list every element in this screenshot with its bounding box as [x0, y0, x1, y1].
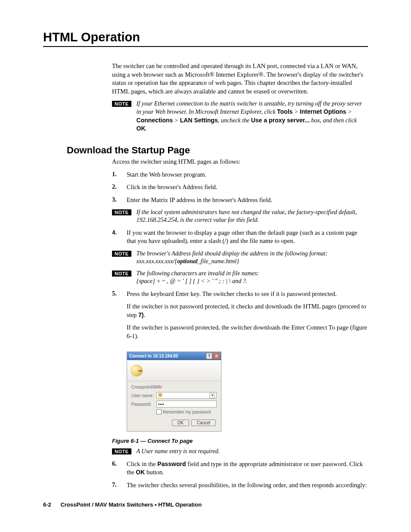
step-3: 3. Enter the Matrix IP address in the br…: [112, 196, 368, 205]
key-icon: [131, 364, 143, 376]
remember-checkbox[interactable]: [156, 409, 162, 414]
menu-path-internet-options: Internet Options: [300, 108, 346, 115]
note-username-optional: NOTE A User name entry is not required.: [112, 448, 368, 455]
step-number: 2.: [112, 183, 127, 192]
intro-text: The switcher can be controlled and opera…: [112, 62, 368, 96]
menu-path-lan-settings: LAN Settings: [180, 117, 218, 124]
note-text-segment: box, and then click: [310, 117, 357, 124]
dialog-header: [127, 360, 221, 381]
chapter-title: HTML Operation: [43, 30, 368, 44]
step-text: Enter the Matrix IP address in the brows…: [127, 196, 368, 205]
steps-list-cont3: 6. Click in the Password field and type …: [112, 460, 368, 490]
section-intro-text: Access the switcher using HTML pages as …: [112, 158, 368, 166]
password-label: Password:: [131, 402, 156, 407]
step-text-segment: .: [143, 311, 145, 318]
note-username-optional-text: A User name entry is not required.: [137, 448, 220, 455]
step-paragraph: Press the keyboard Enter key. The switch…: [127, 290, 368, 299]
step-paragraph: If the switcher is not password protecte…: [127, 302, 368, 319]
password-value: ••••: [158, 402, 164, 407]
step-text: If you want the browser to display a pag…: [127, 229, 368, 246]
step-number: 6.: [112, 460, 127, 477]
step-number: 5.: [112, 290, 127, 345]
figure-connect-to: Connect to 10.13.194.65 ? X Crosspoint/M…: [127, 352, 368, 432]
username-input[interactable]: ▾: [156, 392, 217, 399]
section-intro: Access the switcher using HTML pages as …: [112, 158, 368, 166]
dialog-title: Connect to 10.13.194.65: [129, 354, 178, 358]
help-button[interactable]: ?: [206, 353, 212, 359]
intro-paragraph: The switcher can be controlled and opera…: [112, 62, 368, 96]
note-badge: NOTE: [112, 271, 131, 277]
step-6: 6. Click in the Password field and type …: [112, 460, 368, 477]
menu-path-connections: Connections: [137, 117, 173, 124]
cancel-button[interactable]: Cancel: [191, 420, 216, 426]
step-paragraph: If the switcher is password protected, t…: [127, 324, 368, 340]
note-badge: NOTE: [112, 209, 131, 215]
document-page: HTML Operation The switcher can be contr…: [0, 0, 411, 525]
steps-list-cont1: 4. If you want the browser to display a …: [112, 229, 368, 246]
figure-caption: Figure 6-1 — Connect To page: [112, 438, 368, 444]
step-7: 7. The switcher checks several possibili…: [112, 481, 368, 490]
user-icon: [158, 393, 162, 397]
chevron-down-icon[interactable]: ▾: [209, 393, 215, 398]
note-address-format: NOTE The browser's Address field should …: [112, 250, 368, 265]
step-text-segment: If the switcher is not password protecte…: [127, 303, 366, 318]
connect-to-dialog: Connect to 10.13.194.65 ? X Crosspoint/M…: [127, 352, 221, 432]
section-heading: Download the Startup Page: [67, 145, 368, 156]
option-use-proxy: Use a proxy server...: [251, 117, 310, 124]
button-ref-ok: OK: [136, 469, 145, 476]
step-5: 5. Press the keyboard Enter key. The swi…: [112, 290, 368, 345]
note-address-format-text: The browser's Address field should displ…: [137, 250, 368, 265]
step-text: Click in the Password field and type in …: [127, 460, 368, 477]
step-2: 2. Click in the browser's Address field.: [112, 183, 368, 192]
ok-button[interactable]: OK: [172, 420, 189, 426]
note-default-ip-text: If the local system administrators have …: [137, 208, 368, 224]
remember-row: Remember my password: [156, 409, 217, 414]
step-4: 4. If you want the browser to display a …: [112, 229, 368, 246]
step-text: The switcher checks several possibilitie…: [127, 481, 368, 490]
button-ref-ok: OK: [137, 125, 146, 132]
dialog-titlebar: Connect to 10.13.194.65 ? X: [127, 352, 221, 360]
dialog-buttons: OK Cancel: [131, 420, 217, 427]
note-default-ip: NOTE If the local system administrators …: [112, 208, 368, 224]
note-proxy-text: If your Ethernet connection to the matri…: [137, 100, 368, 133]
step-text: Click in the browser's Address field.: [127, 183, 368, 192]
username-label: User name:: [131, 393, 156, 398]
field-ref-password: Password: [157, 460, 186, 467]
footer-title: CrossPoint / MAV Matrix Switchers • HTML…: [60, 501, 202, 508]
step-number: 4.: [112, 229, 127, 246]
note-badge: NOTE: [112, 448, 131, 454]
steps-list-cont2: 5. Press the keyboard Enter key. The swi…: [112, 290, 368, 345]
note-badge: NOTE: [112, 101, 131, 107]
step-text-segment: button.: [145, 469, 164, 476]
username-row: User name: ▾: [131, 392, 217, 399]
note-invalid-chars: NOTE The following characters are invali…: [112, 270, 368, 285]
note-text-line: {space} + ~ , @ = ' [ ] { } < > ' " ; : …: [137, 278, 247, 284]
note-text-line: The following characters are invalid in …: [137, 270, 259, 277]
step-text-segment: Click in the: [127, 460, 157, 467]
step-number: 7.: [112, 481, 127, 490]
steps-list: 1. Start the Web browser program. 2. Cli…: [112, 171, 368, 205]
note-invalid-chars-text: The following characters are invalid in …: [137, 270, 259, 285]
note-badge: NOTE: [112, 251, 131, 257]
placeholder-optional: optional: [177, 258, 197, 264]
step-1: 1. Start the Web browser program.: [112, 171, 368, 179]
close-button[interactable]: X: [213, 353, 220, 359]
step-ref: 7): [138, 311, 143, 318]
page-number: 6-2: [43, 501, 51, 508]
step-number: 1.: [112, 171, 127, 179]
dialog-body: Crosspoint/MAV User name: ▾ Password: ••…: [127, 381, 221, 431]
password-input[interactable]: ••••: [156, 401, 217, 408]
password-row: Password: ••••: [131, 401, 217, 408]
realm-label: Crosspoint/MAV: [131, 385, 217, 389]
remember-label: Remember my password: [163, 410, 211, 414]
step-text: Press the keyboard Enter key. The switch…: [127, 290, 368, 345]
menu-path-tools: Tools: [277, 108, 293, 115]
title-rule: [43, 46, 368, 47]
note-text-segment: , uncheck the: [218, 117, 251, 124]
step-number: 3.: [112, 196, 127, 205]
note-text-segment: _file_name.html}: [198, 258, 239, 264]
note-proxy: NOTE If your Ethernet connection to the …: [112, 100, 368, 133]
page-footer: 6-2 CrossPoint / MAV Matrix Switchers • …: [43, 501, 368, 508]
step-text: Start the Web browser program.: [127, 171, 368, 179]
